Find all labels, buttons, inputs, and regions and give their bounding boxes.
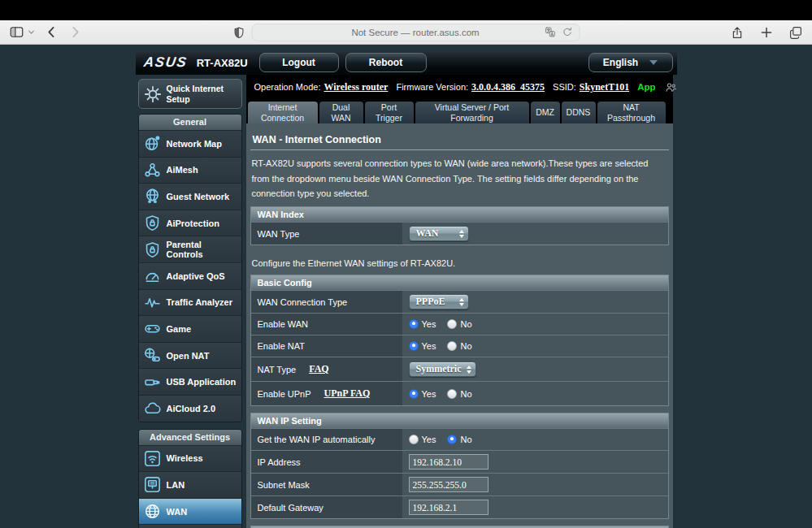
sidebar-item-label: AiMesh: [167, 165, 198, 175]
row-label-text: WAN Type: [258, 229, 300, 239]
tab-virtual-server-port-forwarding[interactable]: Virtual Server / Port Forwarding: [415, 102, 529, 123]
url-bar[interactable]: Not Secure — router.asus.com: [251, 24, 580, 41]
default-gateway-input[interactable]: [409, 500, 489, 515]
select-arrows-icon: [454, 230, 464, 238]
settings-row: Enable UPnPUPnP FAQYesNo: [251, 381, 668, 405]
sidebar-item-adaptive-qos[interactable]: Adaptive QoS: [139, 262, 241, 289]
tab-dmz[interactable]: DMZ: [531, 102, 560, 123]
sidebar-group-general: GeneralNetwork MapAiMeshGuest NetworkAiP…: [138, 114, 242, 422]
enable-upnp-radio-no[interactable]: [447, 389, 457, 399]
tab-dual-wan[interactable]: Dual WAN: [319, 102, 363, 123]
sidebar-item-game[interactable]: Game: [139, 315, 241, 342]
sidebar-item-usb-application[interactable]: USB Application: [139, 368, 241, 395]
sidebar-item-partial[interactable]: [139, 524, 241, 528]
faq-link[interactable]: FAQ: [309, 363, 328, 375]
logout-button[interactable]: Logout: [259, 53, 339, 72]
tab-ddns[interactable]: DDNS: [562, 102, 596, 123]
radio-label-yes: Yes: [422, 341, 436, 351]
sidebar-item-traffic-analyzer[interactable]: Traffic Analyzer: [139, 289, 241, 316]
row-label: IP Address: [251, 451, 402, 473]
sidebar-item-open-nat[interactable]: Open NAT: [139, 342, 241, 369]
row-label-text: IP Address: [258, 457, 301, 467]
sidebar-item-aimesh[interactable]: AiMesh: [139, 157, 241, 184]
forward-icon[interactable]: [68, 25, 82, 39]
reboot-button[interactable]: Reboot: [345, 53, 427, 72]
chevron-down-icon[interactable]: [28, 28, 35, 36]
back-icon[interactable]: [45, 25, 59, 39]
sidebar-item-guest-network[interactable]: Guest Network: [139, 183, 241, 210]
client-list-icon[interactable]: [665, 81, 677, 93]
reload-icon[interactable]: [562, 27, 572, 37]
sidebar-item-label: Network Map: [167, 139, 222, 149]
lan-icon: [144, 476, 161, 493]
aimesh-icon: [144, 162, 161, 179]
ssid-link[interactable]: SkynetT101: [580, 81, 629, 93]
sidebar-item-label: Open NAT: [167, 351, 210, 361]
traffic-analyzer-icon: [144, 294, 161, 311]
enable-nat-radio-yes[interactable]: [409, 341, 419, 351]
sidebar-item-network-map[interactable]: Network Map: [139, 130, 241, 157]
tab-port-trigger[interactable]: Port Trigger: [365, 102, 414, 123]
subnet-mask-input[interactable]: [409, 477, 489, 492]
sidebar-group-title: General: [139, 115, 241, 130]
row-label-text: Enable WAN: [258, 319, 309, 329]
row-label-text: Get the WAN IP automatically: [258, 435, 376, 444]
ip-address-input[interactable]: [409, 454, 489, 470]
row-label: Enable UPnPUPnP FAQ: [251, 382, 402, 405]
section-basic-config: Basic ConfigWAN Connection TypePPPoEEnab…: [250, 275, 669, 406]
settings-row: WAN Connection TypePPPoE: [251, 290, 668, 313]
settings-row: Default Gateway: [251, 496, 668, 518]
wan-connection-type-select[interactable]: PPPoE: [409, 294, 469, 309]
operation-mode-label: Operation Mode:: [254, 82, 321, 92]
enable-nat-radio-no[interactable]: [447, 341, 457, 351]
upnp-faq-link[interactable]: UPnP FAQ: [324, 387, 371, 400]
enable-wan-radio-no[interactable]: [447, 319, 457, 329]
translate-icon[interactable]: [545, 27, 555, 37]
sidebar-item-label: Parental Controls: [167, 240, 239, 259]
enable-upnp-radio-yes[interactable]: [409, 389, 419, 399]
settings-row: WAN TypeWAN: [251, 222, 668, 245]
radio-label-no: No: [460, 341, 471, 351]
section-note: Configure the Ethernet WAN settings of R…: [250, 252, 669, 275]
tab-bar: Internet ConnectionDual WANPort TriggerV…: [246, 99, 673, 123]
tab-nat-passthrough[interactable]: NAT Passthrough: [597, 102, 666, 123]
get-the-wan-ip-automatically-radio-yes[interactable]: [409, 435, 419, 444]
tab-internet-connection[interactable]: Internet Connection: [248, 102, 318, 123]
screen: Not Secure — router.asus.com ASUS RT-AX8…: [0, 0, 812, 528]
new-tab-icon[interactable]: [760, 26, 773, 39]
app-link[interactable]: App: [637, 82, 655, 92]
row-value: PPPoE: [402, 291, 668, 313]
sidebar-item-wan[interactable]: WAN: [139, 498, 241, 525]
usb-application-icon: [144, 374, 161, 391]
select-value: WAN: [416, 227, 439, 240]
wan-type-select[interactable]: WAN: [409, 226, 469, 241]
language-select[interactable]: English: [588, 53, 673, 72]
content-panel: WAN - Internet Connection RT-AX82U suppo…: [246, 123, 673, 528]
router-ui: ASUS RT-AX82U Logout Reboot English Quic…: [136, 50, 677, 528]
shield-icon[interactable]: [232, 26, 245, 39]
section-header: WAN Index: [251, 207, 668, 222]
sidebar-item-parental-controls[interactable]: Parental Controls: [139, 236, 241, 262]
sidebar-item-wireless[interactable]: Wireless: [139, 445, 241, 472]
enable-wan-radio-yes[interactable]: [409, 319, 419, 329]
sidebar-item-quick-internet-setup[interactable]: Quick Internet Setup: [138, 79, 242, 109]
row-label: NAT TypeFAQ: [251, 357, 402, 381]
operation-mode-link[interactable]: Wireless router: [323, 81, 388, 93]
language-label: English: [603, 57, 638, 68]
tabs-icon[interactable]: [789, 26, 802, 39]
nat-type-select[interactable]: Symmetric: [409, 361, 477, 377]
firmware-version-link[interactable]: 3.0.0.4.386_45375: [471, 81, 545, 93]
share-icon[interactable]: [731, 26, 744, 39]
sidebar-item-label: Adaptive QoS: [167, 271, 225, 281]
get-the-wan-ip-automatically-radio-no[interactable]: [447, 435, 457, 444]
arrow-down-icon: [459, 303, 464, 306]
sidebar-item-label: WAN: [167, 507, 188, 517]
sidebar-toggle-icon[interactable]: [10, 25, 24, 39]
section-wan-index: WAN IndexWAN TypeWAN: [250, 206, 669, 245]
sidebar-item-label: USB Application: [167, 377, 237, 387]
qis-gear-icon: [143, 84, 163, 104]
sidebar-item-lan[interactable]: LAN: [139, 471, 241, 498]
sidebar-item-aicloud-2-0[interactable]: AiCloud 2.0: [139, 395, 241, 422]
network-map-icon: [144, 135, 161, 152]
sidebar-item-aiprotection[interactable]: AiProtection: [139, 210, 241, 236]
